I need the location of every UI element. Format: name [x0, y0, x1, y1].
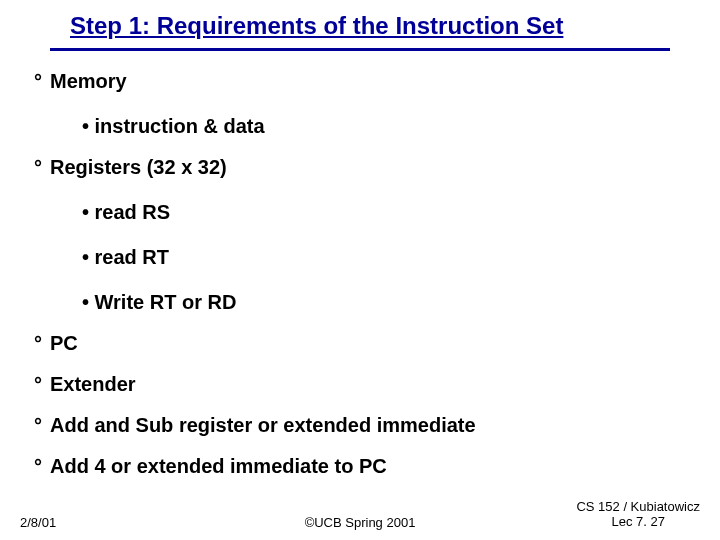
title-underline-rule	[50, 48, 670, 51]
bullet-level2: • read RT	[34, 246, 674, 269]
degree-bullet-icon: °	[34, 156, 50, 179]
degree-bullet-icon: °	[34, 455, 50, 478]
bullet-text: PC	[50, 332, 78, 355]
degree-bullet-icon: °	[34, 414, 50, 437]
slide: Step 1: Requirements of the Instruction …	[0, 0, 720, 540]
footer-course-line1: CS 152 / Kubiatowicz	[576, 500, 700, 515]
bullet-text: • read RS	[34, 201, 170, 224]
bullet-level1: °Add 4 or extended immediate to PC	[34, 455, 674, 478]
bullet-level2: • read RS	[34, 201, 674, 224]
bullet-text: • read RT	[34, 246, 169, 269]
footer: 2/8/01 ©UCB Spring 2001 CS 152 / Kubiato…	[20, 500, 700, 530]
bullet-level1: °PC	[34, 332, 674, 355]
degree-bullet-icon: °	[34, 70, 50, 93]
bullet-text: Memory	[50, 70, 127, 93]
degree-bullet-icon: °	[34, 332, 50, 355]
footer-course-line2: Lec 7. 27	[576, 515, 700, 530]
bullet-level2: • instruction & data	[34, 115, 674, 138]
bullet-text: • instruction & data	[34, 115, 265, 138]
bullet-level2: • Write RT or RD	[34, 291, 674, 314]
bullet-text: • Write RT or RD	[34, 291, 236, 314]
bullet-level1: °Registers (32 x 32)	[34, 156, 674, 179]
bullet-text: Add 4 or extended immediate to PC	[50, 455, 387, 478]
bullet-text: Registers (32 x 32)	[50, 156, 227, 179]
bullet-level1: °Add and Sub register or extended immedi…	[34, 414, 674, 437]
bullet-text: Add and Sub register or extended immedia…	[50, 414, 476, 437]
bullet-text: Extender	[50, 373, 136, 396]
footer-date: 2/8/01	[20, 515, 56, 530]
degree-bullet-icon: °	[34, 373, 50, 396]
footer-course-info: CS 152 / Kubiatowicz Lec 7. 27	[576, 500, 700, 530]
bullet-level1: °Extender	[34, 373, 674, 396]
content-area: °Memory• instruction & data°Registers (3…	[34, 70, 674, 478]
slide-title: Step 1: Requirements of the Instruction …	[70, 12, 563, 40]
bullet-level1: °Memory	[34, 70, 674, 93]
